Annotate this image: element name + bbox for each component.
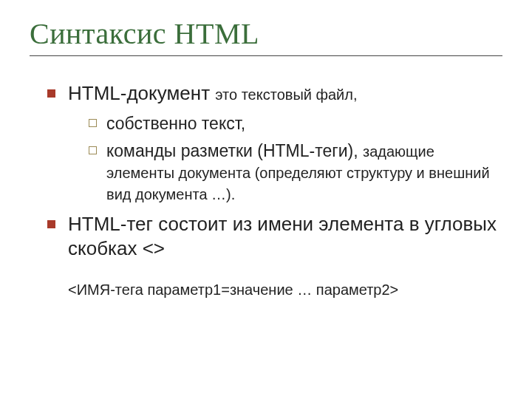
slide: Синтаксис HTML HTML-документ это текстов… xyxy=(0,0,532,399)
bullet-2: HTML-тег состоит из имени элемента в угл… xyxy=(47,212,502,299)
sub-list: собственно текст, команды разметки (HTML… xyxy=(89,113,502,205)
bullet-1-lead: HTML-документ xyxy=(68,82,210,104)
sub-2-lead: команды разметки (HTML-теги), xyxy=(106,141,358,160)
title-underline xyxy=(30,55,502,56)
bullet-1-rest: это текстовый файл, xyxy=(215,86,357,103)
sub-1: собственно текст, xyxy=(89,113,502,134)
slide-title: Синтаксис HTML xyxy=(30,16,502,51)
bullet-1: HTML-документ это текстовый файл, собств… xyxy=(47,81,502,205)
tag-example: <ИМЯ-тега параметр1=значение … параметр2… xyxy=(68,281,502,300)
sub-2: команды разметки (HTML-теги), задающие э… xyxy=(89,140,502,205)
bullet-list: HTML-документ это текстовый файл, собств… xyxy=(47,81,502,299)
bullet-2-text: HTML-тег состоит из имени элемента в угл… xyxy=(68,213,497,259)
